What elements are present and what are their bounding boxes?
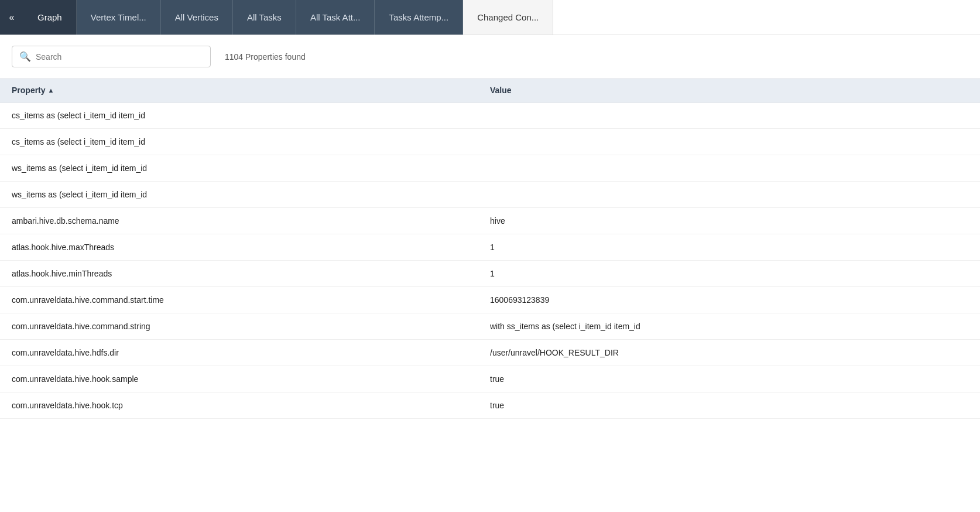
table-row: ws_items as (select i_item_id item_id bbox=[0, 155, 980, 182]
cell-value: true bbox=[490, 374, 968, 384]
column-header-property[interactable]: Property ▲ bbox=[12, 86, 490, 95]
tab-vertex-timeline[interactable]: Vertex Timel... bbox=[77, 0, 161, 35]
cell-property: com.unraveldata.hive.hdfs.dir bbox=[12, 348, 490, 357]
cell-value: true bbox=[490, 401, 968, 410]
table-body: cs_items as (select i_item_id item_idcs_… bbox=[0, 103, 980, 419]
tab-all-task-att[interactable]: All Task Att... bbox=[296, 0, 375, 35]
cell-property: atlas.hook.hive.minThreads bbox=[12, 269, 490, 278]
cell-property: ws_items as (select i_item_id item_id bbox=[12, 163, 490, 173]
table-row: cs_items as (select i_item_id item_id bbox=[0, 129, 980, 155]
table-row: com.unraveldata.hive.command.start.time1… bbox=[0, 287, 980, 313]
cell-property: ambari.hive.db.schema.name bbox=[12, 216, 490, 226]
table-header: Property ▲Value bbox=[0, 78, 980, 103]
tab-all-vertices[interactable]: All Vertices bbox=[161, 0, 233, 35]
search-box: 🔍 bbox=[12, 46, 211, 67]
tab-changed-con[interactable]: Changed Con... bbox=[463, 0, 553, 35]
table-row: com.unraveldata.hive.hook.sampletrue bbox=[0, 366, 980, 392]
cell-value: with ss_items as (select i_item_id item_… bbox=[490, 322, 968, 331]
cell-property: com.unraveldata.hive.hook.tcp bbox=[12, 401, 490, 410]
table-row: atlas.hook.hive.minThreads1 bbox=[0, 261, 980, 287]
cell-property: ws_items as (select i_item_id item_id bbox=[12, 190, 490, 199]
cell-value: 1 bbox=[490, 269, 968, 278]
table-row: atlas.hook.hive.maxThreads1 bbox=[0, 234, 980, 261]
table-row: com.unraveldata.hive.hook.tcptrue bbox=[0, 392, 980, 419]
cell-property: cs_items as (select i_item_id item_id bbox=[12, 111, 490, 120]
cell-property: com.unraveldata.hive.command.string bbox=[12, 322, 490, 331]
sort-icon[interactable]: ▲ bbox=[48, 87, 54, 94]
cell-property: atlas.hook.hive.maxThreads bbox=[12, 243, 490, 252]
cell-value: /user/unravel/HOOK_RESULT_DIR bbox=[490, 348, 968, 357]
search-icon: 🔍 bbox=[19, 51, 31, 62]
collapse-icon: « bbox=[9, 12, 15, 23]
column-header-value: Value bbox=[490, 86, 968, 95]
cell-property: cs_items as (select i_item_id item_id bbox=[12, 137, 490, 146]
search-input[interactable] bbox=[36, 52, 203, 62]
properties-table: Property ▲Value cs_items as (select i_it… bbox=[0, 78, 980, 419]
cell-value: hive bbox=[490, 216, 968, 226]
collapse-button[interactable]: « bbox=[0, 0, 23, 35]
tab-all-tasks[interactable]: All Tasks bbox=[233, 0, 296, 35]
search-results-count: 1104 Properties found bbox=[225, 52, 306, 62]
cell-property: com.unraveldata.hive.hook.sample bbox=[12, 374, 490, 384]
table-row: ws_items as (select i_item_id item_id bbox=[0, 182, 980, 208]
table-row: com.unraveldata.hive.command.stringwith … bbox=[0, 313, 980, 340]
cell-value: 1 bbox=[490, 243, 968, 252]
table-row: com.unraveldata.hive.hdfs.dir/user/unrav… bbox=[0, 340, 980, 366]
table-row: cs_items as (select i_item_id item_id bbox=[0, 103, 980, 129]
cell-value: 1600693123839 bbox=[490, 295, 968, 305]
tab-tasks-attemp[interactable]: Tasks Attemp... bbox=[375, 0, 463, 35]
tab-graph[interactable]: Graph bbox=[23, 0, 77, 35]
table-row: ambari.hive.db.schema.namehive bbox=[0, 208, 980, 234]
tab-bar: « GraphVertex Timel...All VerticesAll Ta… bbox=[0, 0, 980, 35]
search-section: 🔍 1104 Properties found bbox=[0, 35, 980, 78]
cell-property: com.unraveldata.hive.command.start.time bbox=[12, 295, 490, 305]
